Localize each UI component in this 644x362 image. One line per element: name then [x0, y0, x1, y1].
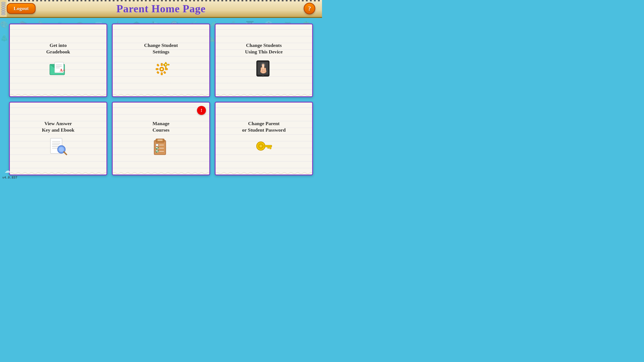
- gradebook-icon: A+: [48, 58, 68, 78]
- page-title: Parent Home Page: [116, 2, 206, 15]
- svg-rect-15: [156, 71, 159, 74]
- courses-icon: [151, 137, 171, 157]
- ring: [1, 13, 6, 15]
- change-device-card[interactable]: Change StudentsUsing This Device: [215, 23, 313, 97]
- svg-rect-16: [163, 71, 166, 74]
- version-label: v4.0.837: [2, 176, 17, 179]
- svg-point-40: [58, 147, 64, 152]
- cloud-icon: ☁: [4, 167, 11, 174]
- answer-key-icon: [48, 137, 68, 157]
- manage-courses-card[interactable]: ! ManageCourses: [112, 102, 210, 175]
- help-button[interactable]: ?: [304, 3, 315, 14]
- ring: [1, 11, 6, 13]
- notebook-rings: [0, 0, 7, 17]
- change-device-title: Change StudentsUsing This Device: [245, 42, 283, 55]
- student-settings-card[interactable]: Change StudentSettings: [112, 23, 210, 97]
- logout-button[interactable]: Logout: [7, 3, 36, 14]
- gradebook-title: Get intoGradebook: [46, 42, 70, 55]
- menu-grid: Get intoGradebook A+ Change StudentSetti…: [0, 18, 322, 181]
- ring: [1, 4, 6, 6]
- svg-point-54: [260, 145, 262, 147]
- svg-rect-29: [264, 68, 266, 72]
- svg-rect-22: [168, 64, 169, 65]
- svg-point-8: [161, 68, 162, 70]
- device-icon: [254, 58, 274, 78]
- svg-point-18: [165, 64, 166, 65]
- answer-key-card[interactable]: View AnswerKey and Ebook: [9, 102, 107, 175]
- svg-rect-19: [165, 62, 166, 64]
- svg-rect-20: [165, 67, 166, 68]
- svg-rect-21: [163, 64, 165, 65]
- ring: [1, 2, 6, 4]
- change-password-title: Change Parentor Student Password: [242, 120, 286, 133]
- svg-rect-9: [161, 63, 162, 65]
- gradebook-card[interactable]: Get intoGradebook A+: [9, 23, 107, 97]
- ring: [1, 6, 6, 8]
- header: Logout Parent Home Page ?: [0, 0, 322, 18]
- change-password-card[interactable]: Change Parentor Student Password: [215, 102, 313, 175]
- svg-rect-45: [158, 139, 162, 141]
- answer-key-title: View AnswerKey and Ebook: [42, 120, 74, 133]
- svg-point-25: [262, 75, 264, 77]
- svg-rect-13: [156, 64, 159, 66]
- student-settings-title: Change StudentSettings: [144, 42, 178, 55]
- svg-rect-11: [156, 68, 158, 70]
- alert-badge: !: [197, 106, 206, 115]
- svg-rect-12: [165, 68, 168, 70]
- password-icon: [254, 137, 274, 157]
- ring: [1, 8, 6, 11]
- manage-courses-title: ManageCourses: [152, 120, 170, 133]
- svg-text:A+: A+: [60, 68, 65, 72]
- svg-rect-46: [156, 144, 158, 146]
- svg-rect-56: [270, 146, 271, 149]
- svg-rect-57: [268, 146, 269, 148]
- settings-icon: [151, 58, 171, 78]
- svg-rect-10: [161, 72, 162, 75]
